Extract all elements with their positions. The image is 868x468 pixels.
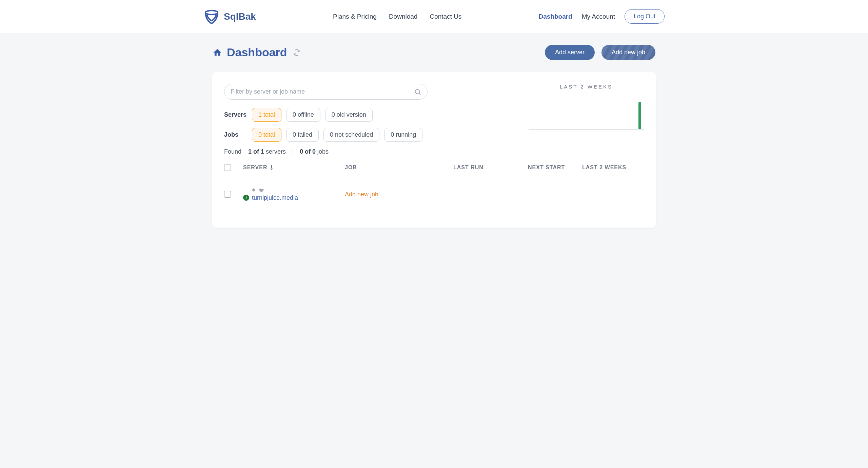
found-label: Found: [224, 148, 241, 155]
th-job[interactable]: JOB: [345, 164, 453, 171]
table-header: SERVER JOB LAST RUN NEXT START LAST 2 WE…: [212, 159, 656, 177]
add-server-button[interactable]: Add server: [545, 45, 595, 60]
brand-name: SqlBak: [224, 11, 256, 22]
th-last-run[interactable]: LAST RUN: [453, 164, 528, 171]
server-status-icons: [243, 188, 345, 192]
filters-left: Servers 1 total 0 offline 0 old version …: [224, 84, 508, 155]
add-new-job-button[interactable]: Add new job: [601, 45, 655, 60]
chart-bar: [638, 102, 641, 129]
th-server-label: SERVER: [243, 164, 268, 171]
found-row: Found 1 of 1 servers 0 of 0 jobs: [224, 148, 508, 155]
row-check-cell: [224, 191, 243, 198]
top-header: SqlBak Plans & Pricing Download Contact …: [0, 0, 868, 33]
filter-input[interactable]: [224, 84, 428, 100]
main-content: Dashboard Add server Add new job Server: [212, 33, 656, 240]
found-servers: 1 of 1 servers: [248, 148, 286, 155]
sort-down-icon: [270, 165, 274, 170]
chart-panel: LAST 2 WEEKS: [529, 84, 644, 155]
nav-dashboard[interactable]: Dashboard: [538, 13, 572, 20]
nav-contact[interactable]: Contact Us: [430, 13, 461, 20]
select-all-checkbox[interactable]: [224, 164, 231, 171]
found-servers-count: 1 of 1: [248, 148, 264, 155]
info-icon[interactable]: i: [243, 195, 249, 201]
dashboard-card: Servers 1 total 0 offline 0 old version …: [212, 72, 656, 228]
heartbeat-icon: [259, 188, 264, 192]
page-header: Dashboard Add server Add new job: [212, 45, 656, 60]
jobs-running-pill[interactable]: 0 running: [384, 128, 422, 142]
th-last-2-weeks[interactable]: LAST 2 WEEKS: [582, 164, 644, 171]
filters-area: Servers 1 total 0 offline 0 old version …: [212, 72, 656, 159]
jobs-notscheduled-pill[interactable]: 0 not scheduled: [323, 128, 379, 142]
user-nav: Dashboard My Account Log Out: [538, 9, 665, 24]
servers-filter-row: Servers 1 total 0 offline 0 old version: [224, 108, 508, 122]
job-cell: Add new job: [345, 191, 453, 198]
nav-plans-pricing[interactable]: Plans & Pricing: [333, 13, 377, 20]
th-server[interactable]: SERVER: [243, 164, 345, 171]
svg-point-0: [205, 11, 218, 15]
bell-icon: [251, 188, 256, 192]
main-nav: Plans & Pricing Download Contact Us: [256, 13, 539, 20]
filter-input-wrap: [224, 84, 428, 100]
th-next-start[interactable]: NEXT START: [528, 164, 582, 171]
found-jobs-count: 0 of 0: [300, 148, 316, 155]
logo-icon: [203, 8, 220, 25]
card-bottom-padding: [212, 211, 656, 228]
page-title: Dashboard: [227, 46, 287, 59]
server-cell: i turnipjuice.media: [243, 188, 345, 201]
found-servers-suffix: servers: [264, 148, 286, 155]
jobs-filter-row: Jobs 0 total 0 failed 0 not scheduled 0 …: [224, 128, 508, 142]
refresh-icon[interactable]: [292, 49, 300, 56]
table-row: i turnipjuice.media Add new job: [212, 177, 656, 211]
found-jobs-suffix: jobs: [316, 148, 329, 155]
logout-button[interactable]: Log Out: [625, 9, 665, 24]
servers-total-pill[interactable]: 1 total: [252, 108, 281, 122]
header-actions: Add server Add new job: [545, 45, 655, 60]
found-jobs: 0 of 0 jobs: [300, 148, 329, 155]
row-checkbox[interactable]: [224, 191, 231, 198]
add-new-job-link[interactable]: Add new job: [345, 191, 378, 198]
header-inner: SqlBak Plans & Pricing Download Contact …: [203, 8, 665, 25]
nav-download[interactable]: Download: [389, 13, 418, 20]
servers-filter-label: Servers: [224, 111, 247, 118]
server-name-row: i turnipjuice.media: [243, 194, 345, 201]
jobs-failed-pill[interactable]: 0 failed: [286, 128, 319, 142]
home-icon: [213, 48, 222, 57]
servers-oldversion-pill[interactable]: 0 old version: [325, 108, 373, 122]
jobs-total-pill[interactable]: 0 total: [252, 128, 281, 142]
page-title-wrap: Dashboard: [213, 46, 300, 59]
select-all-cell: [224, 164, 243, 171]
servers-offline-pill[interactable]: 0 offline: [286, 108, 320, 122]
nav-my-account[interactable]: My Account: [582, 13, 615, 20]
jobs-filter-label: Jobs: [224, 131, 247, 138]
found-separator: [293, 148, 293, 155]
brand-logo[interactable]: SqlBak: [203, 8, 256, 25]
chart-title: LAST 2 WEEKS: [529, 84, 644, 90]
last-2-weeks-chart: [529, 96, 644, 130]
server-name-link[interactable]: turnipjuice.media: [252, 194, 298, 201]
